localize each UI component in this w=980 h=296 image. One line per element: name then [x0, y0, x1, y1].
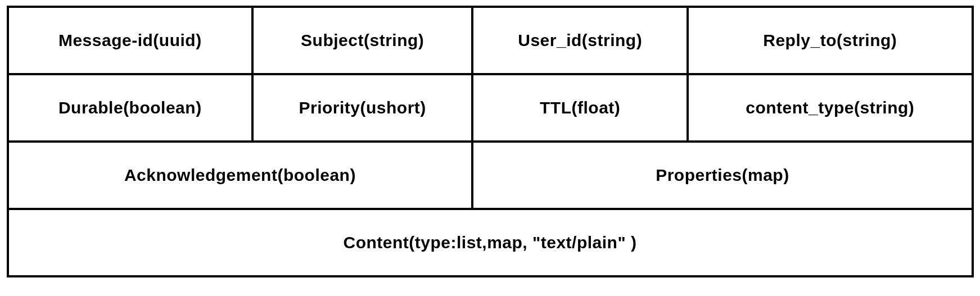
table-row: Content(type:list,map, "text/plain" ): [8, 209, 973, 276]
field-durable: Durable(boolean): [8, 74, 253, 142]
field-user-id: User_id(string): [472, 7, 688, 74]
field-acknowledgement: Acknowledgement(boolean): [8, 142, 473, 209]
field-priority: Priority(ushort): [252, 74, 472, 142]
field-properties: Properties(map): [472, 142, 972, 209]
field-reply-to: Reply_to(string): [688, 7, 972, 74]
table-row: Durable(boolean) Priority(ushort) TTL(fl…: [8, 74, 973, 142]
field-message-id: Message-id(uuid): [8, 7, 253, 74]
field-content-type: content_type(string): [688, 74, 972, 142]
field-ttl: TTL(float): [472, 74, 688, 142]
table-row: Message-id(uuid) Subject(string) User_id…: [8, 7, 973, 74]
table-row: Acknowledgement(boolean) Properties(map): [8, 142, 973, 209]
message-structure-table: Message-id(uuid) Subject(string) User_id…: [7, 6, 974, 277]
field-content: Content(type:list,map, "text/plain" ): [8, 209, 973, 276]
field-subject: Subject(string): [252, 7, 472, 74]
